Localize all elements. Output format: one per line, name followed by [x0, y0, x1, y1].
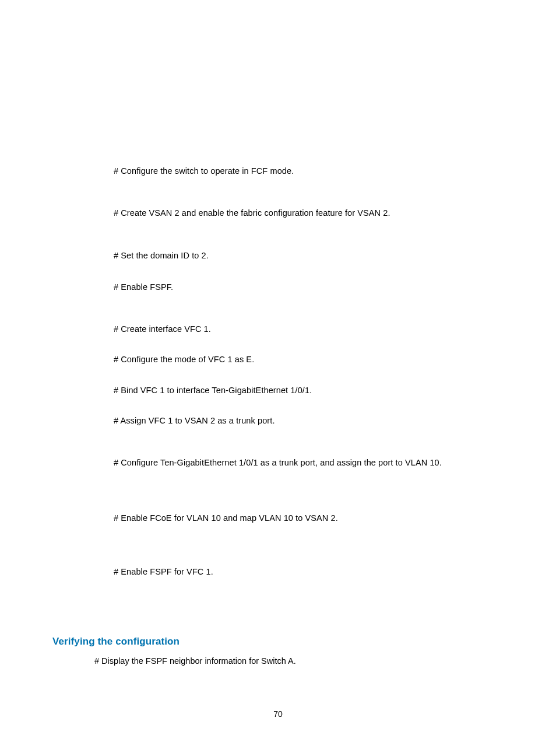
config-step: # Bind VFC 1 to interface Ten-GigabitEth… [114, 384, 504, 396]
config-step: # Configure the switch to operate in FCF… [114, 165, 504, 177]
config-step: # Set the domain ID to 2. [114, 250, 504, 261]
config-step: # Enable FSPF for VFC 1. [114, 566, 504, 578]
config-step: # Enable FCoE for VLAN 10 and map VLAN 1… [114, 512, 504, 524]
config-step: # Configure Ten-GigabitEthernet 1/0/1 as… [114, 457, 504, 468]
config-step: # Create interface VFC 1. [114, 323, 504, 335]
config-step: # Configure the mode of VFC 1 as E. [114, 354, 504, 365]
config-step: # Create VSAN 2 and enable the fabric co… [114, 207, 504, 219]
config-step: # Assign VFC 1 to VSAN 2 as a trunk port… [114, 415, 504, 426]
section-heading-verifying: Verifying the configuration [52, 636, 504, 648]
page-number: 70 [0, 709, 556, 719]
config-step: # Enable FSPF. [114, 281, 504, 293]
verify-step: # Display the FSPF neighbor information … [94, 656, 504, 666]
